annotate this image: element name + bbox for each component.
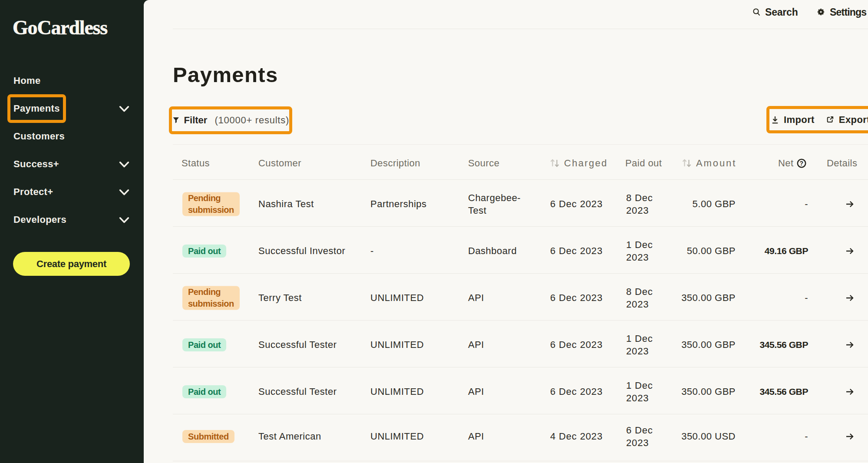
svg-text:?: ?: [799, 160, 803, 167]
